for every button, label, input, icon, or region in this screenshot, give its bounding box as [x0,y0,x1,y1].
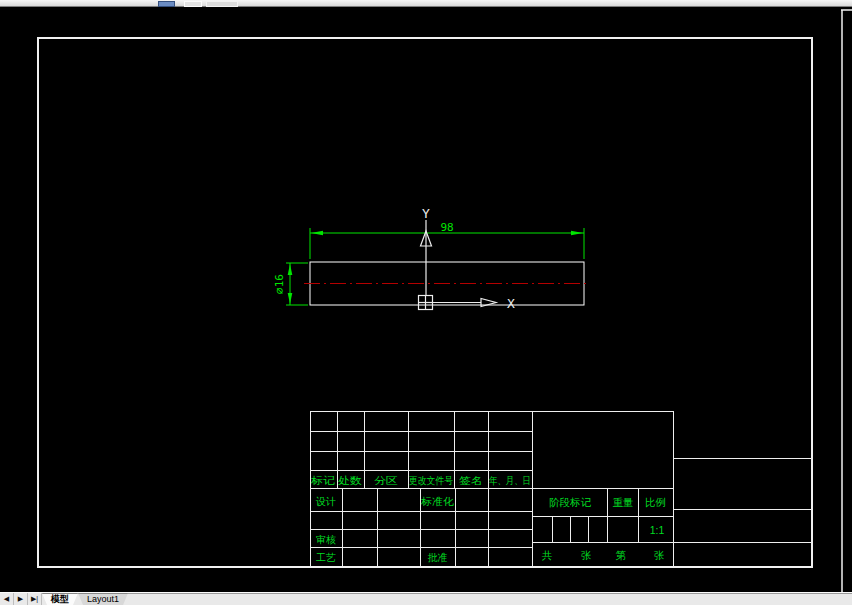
tab-nav-prev-icon[interactable]: ◀ [0,593,14,605]
dimension-dia16-text: ∅16 [273,274,286,294]
sheet-no-prefix: 第 [616,549,627,561]
scale-label: 比例 [645,496,666,508]
title-block-grid [310,411,812,567]
tab-model[interactable]: 模型 [42,593,78,605]
tab-layout1[interactable]: Layout1 [78,593,128,605]
tab-nav-next-icon[interactable]: ▶ [14,593,28,605]
ucs-x-axis-label: X [507,296,515,311]
ucs-y-axis-label: Y [422,206,430,221]
check-label: 审核 [316,534,336,545]
scale-value: 1:1 [650,524,665,536]
sheet-total-unit: 张 [581,549,592,561]
stage-mark-label: 阶段标记 [549,496,592,508]
revision-header-date: 年、月、日 [489,475,531,486]
revision-header-zone: 分区 [374,475,398,486]
revision-header-docno: 更改文件号 [409,475,453,486]
standardization-label: 标准化 [420,496,454,507]
sheet-total-prefix: 共 [542,549,553,561]
layout-tab-bar: ◀ ▶ ▶| 模型 Layout1 [0,592,852,605]
dimension-98-text: 98 [440,221,453,234]
design-label: 设计 [315,496,336,507]
model-space-canvas[interactable]: 98 ∅16 Y X [0,0,852,605]
process-label: 工艺 [316,552,336,563]
approve-label: 批准 [428,552,448,563]
revision-header-mark: 标记 [310,475,335,486]
cad-window: 98 ∅16 Y X [0,0,852,605]
revision-header-signature: 签名 [459,475,483,486]
weight-label: 重量 [613,496,634,508]
tab-nav-last-icon[interactable]: ▶| [28,593,42,605]
sheet-no-unit: 张 [654,549,665,561]
revision-header-count: 处数 [338,475,362,486]
